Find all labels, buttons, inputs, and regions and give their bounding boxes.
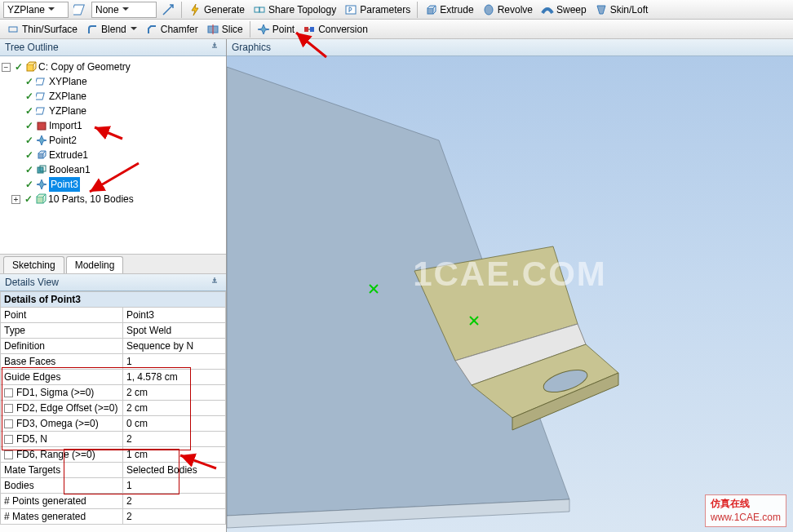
checkbox[interactable]	[4, 388, 13, 397]
extrude-icon	[424, 3, 437, 16]
table-row: FD5, N2	[1, 432, 226, 447]
plane-icon	[36, 91, 47, 102]
extrude-button[interactable]: Extrude	[421, 2, 476, 18]
table-row: FD3, Omega (>=0)0 cm	[1, 416, 226, 432]
watermark-corner: 仿真在线 www.1CAE.com	[705, 494, 786, 527]
boolean-icon	[36, 164, 47, 175]
details-header: Details of Point3	[1, 292, 226, 308]
collapse-icon[interactable]: −	[2, 63, 11, 72]
geometry-icon	[25, 61, 37, 73]
blend-icon	[86, 23, 99, 36]
skin-loft-button[interactable]: Skin/Loft	[591, 2, 652, 18]
slice-button[interactable]: Slice	[203, 21, 246, 38]
svg-rect-6	[9, 27, 17, 32]
extrude-icon	[36, 149, 47, 161]
parameters-icon	[344, 3, 357, 16]
thin-surface-icon	[7, 23, 20, 36]
new-sketch-button[interactable]	[158, 2, 178, 18]
sweep-button[interactable]: Sweep	[538, 2, 590, 18]
svg-rect-19	[37, 197, 43, 203]
checkbox[interactable]	[4, 435, 13, 444]
tree-item-yzplane[interactable]: ✓YZPlane	[2, 104, 224, 118]
point-icon	[257, 23, 270, 36]
graphics-header: Graphics	[227, 39, 793, 56]
sketch-combo[interactable]: None	[91, 2, 157, 18]
left-panel: Tree Outline − ✓ C: Copy of Geometry ✓XY…	[0, 39, 227, 532]
tree-item-import1[interactable]: ✓Import1	[2, 118, 224, 133]
details-view-header: Details View	[0, 274, 226, 291]
blend-button[interactable]: Blend	[82, 21, 140, 38]
svg-rect-16	[38, 153, 43, 158]
new-plane-button[interactable]	[70, 2, 90, 18]
tree-item-boolean1[interactable]: ✓Boolean1	[2, 162, 224, 177]
expand-icon[interactable]: +	[11, 195, 20, 204]
topology-icon	[253, 3, 266, 16]
share-topology-button[interactable]: Share Topology	[250, 2, 339, 18]
tree-outline-header: Tree Outline	[0, 39, 226, 56]
toolbar-row-1: YZPlane None Generate Share Topology Par…	[0, 0, 793, 20]
checkbox[interactable]	[4, 404, 13, 413]
conversion-button[interactable]: Conversion	[299, 21, 371, 38]
svg-rect-1	[255, 7, 259, 12]
chevron-down-icon	[48, 7, 55, 14]
svg-rect-2	[259, 7, 264, 12]
table-row: FD2, Edge Offset (>=0)2 cm	[1, 401, 226, 416]
svg-rect-12	[36, 78, 44, 85]
tree-item-point2[interactable]: ✓Point2	[2, 133, 224, 148]
tree-root[interactable]: − ✓ C: Copy of Geometry	[2, 60, 224, 74]
plane-combo-value: YZPlane	[7, 4, 45, 16]
svg-rect-3	[346, 6, 356, 14]
details-table[interactable]: Details of Point3 PointPoint3 TypeSpot W…	[0, 291, 226, 525]
tree-item-zxplane[interactable]: ✓ZXPlane	[2, 89, 224, 104]
parameters-button[interactable]: Parameters	[341, 2, 414, 18]
revolve-button[interactable]: Revolve	[479, 2, 536, 18]
chamfer-button[interactable]: Chamfer	[142, 21, 202, 38]
lightning-icon	[188, 3, 202, 16]
plane-combo[interactable]: YZPlane	[3, 2, 69, 18]
slice-icon	[206, 23, 219, 36]
tab-sketching[interactable]: Sketching	[3, 256, 64, 273]
conversion-icon	[303, 23, 316, 36]
tree-item-extrude1[interactable]: ✓Extrude1	[2, 148, 224, 162]
parts-icon	[35, 193, 47, 205]
tree-item-xyplane[interactable]: ✓XYPlane	[2, 74, 224, 89]
tree-outline[interactable]: − ✓ C: Copy of Geometry ✓XYPlane ✓ZXPlan…	[0, 56, 226, 254]
svg-rect-11	[27, 64, 33, 71]
svg-rect-0	[73, 5, 84, 15]
svg-rect-4	[428, 8, 433, 14]
plane-icon	[36, 105, 47, 117]
table-row: DefinitionSequence by N	[1, 339, 226, 354]
table-row: PointPoint3	[1, 308, 226, 323]
point-icon	[36, 135, 47, 146]
checkbox[interactable]	[4, 450, 13, 459]
table-row: # Mates generated2	[1, 509, 226, 525]
checkbox[interactable]	[4, 419, 13, 428]
tree-tabs: Sketching Modeling	[0, 254, 226, 274]
pin-icon[interactable]	[210, 277, 221, 288]
loft-icon	[595, 3, 608, 16]
svg-point-5	[485, 5, 493, 15]
thin-surface-button[interactable]: Thin/Surface	[3, 21, 81, 38]
details-view[interactable]: Details of Point3 PointPoint3 TypeSpot W…	[0, 291, 226, 532]
sweep-icon	[541, 3, 554, 16]
table-row: Mate TargetsSelected Bodies	[1, 463, 226, 478]
generate-button[interactable]: Generate	[185, 2, 248, 18]
pin-icon[interactable]	[210, 42, 221, 53]
table-row: Bodies1	[1, 478, 226, 494]
tree-item-point3[interactable]: ✓Point3	[2, 177, 224, 192]
tab-modeling[interactable]: Modeling	[66, 256, 124, 273]
table-row: FD1, Sigma (>=0)2 cm	[1, 385, 226, 401]
point-button[interactable]: Point	[254, 21, 298, 38]
model-view[interactable]	[227, 59, 793, 532]
toolbar-row-2: Thin/Surface Blend Chamfer Slice Point C…	[0, 20, 793, 39]
table-row: TypeSpot Weld	[1, 323, 226, 339]
svg-rect-9	[304, 27, 308, 32]
sketch-combo-value: None	[95, 4, 119, 16]
tree-item-parts[interactable]: +✓10 Parts, 10 Bodies	[2, 192, 224, 206]
chevron-down-icon	[122, 7, 129, 14]
svg-rect-14	[36, 108, 44, 114]
svg-rect-13	[36, 93, 44, 100]
graphics-viewport[interactable]: Graphics 1CAE.COM 仿真在线 www.1CAE.com	[227, 39, 793, 532]
plane-icon	[36, 76, 47, 87]
svg-rect-15	[38, 122, 46, 130]
